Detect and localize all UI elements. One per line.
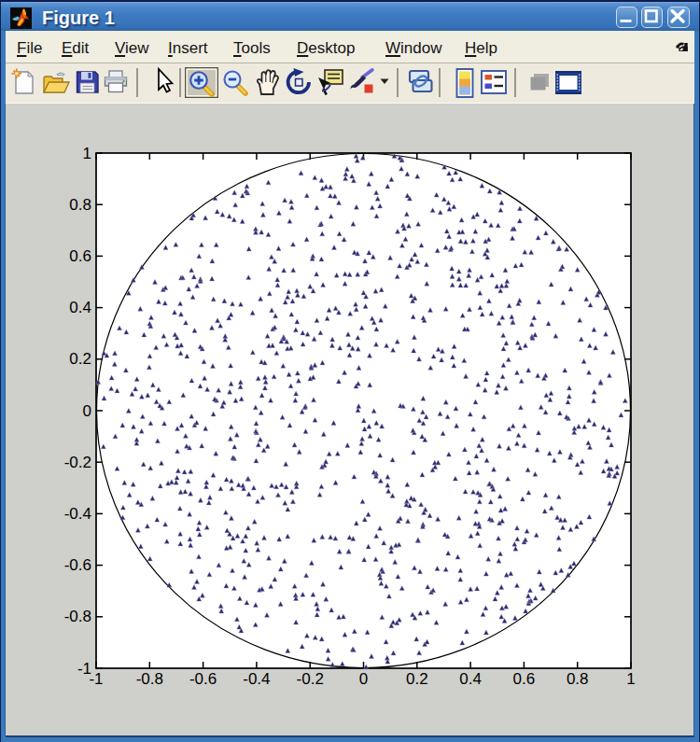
svg-text:0: 0 [83,402,91,420]
svg-text:1: 1 [626,670,635,688]
svg-text:-0.6: -0.6 [64,556,91,574]
svg-text:-0.2: -0.2 [297,670,324,688]
svg-text:-0.2: -0.2 [64,454,91,471]
svg-text:-1: -1 [77,660,91,678]
svg-text:-0.8: -0.8 [64,608,91,625]
svg-text:0.6: 0.6 [69,247,91,265]
svg-text:-0.6: -0.6 [189,670,217,688]
svg-text:0.2: 0.2 [69,350,91,368]
svg-text:-0.4: -0.4 [243,670,270,688]
svg-text:0.4: 0.4 [459,670,482,688]
svg-text:-0.4: -0.4 [64,505,91,523]
svg-text:0.6: 0.6 [513,670,536,688]
svg-text:0.2: 0.2 [406,670,428,688]
svg-text:0: 0 [359,670,368,688]
svg-text:0.8: 0.8 [567,670,589,688]
svg-text:1: 1 [83,145,91,162]
svg-text:0.4: 0.4 [69,299,91,316]
svg-text:0.8: 0.8 [69,196,91,214]
svg-text:-0.8: -0.8 [136,670,163,688]
